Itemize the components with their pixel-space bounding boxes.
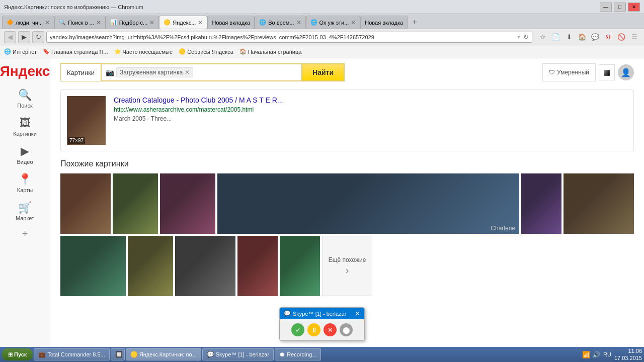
images-icon: 🖼	[20, 117, 31, 130]
address-dropdown-icon[interactable]: ▼	[516, 34, 521, 40]
tab-5[interactable]: Новая вкладка	[207, 16, 255, 29]
tab-1[interactable]: 🔶 люди, чи... ✕	[2, 16, 54, 29]
sidebar-images-label: Картинки	[13, 131, 37, 137]
tab-6[interactable]: 🌐 Во врем... ✕	[255, 16, 305, 29]
grid-view-button[interactable]: ▦	[599, 64, 615, 80]
sidebar-maps-label: Карты	[17, 187, 33, 193]
yandex-logo[interactable]: Яндекс	[0, 63, 50, 79]
start-button[interactable]: ⊞ Пуск	[2, 348, 33, 360]
taskbar-item-yandex[interactable]: 🟡 Яндекс.Картинки: по...	[126, 348, 201, 360]
similar-image-8[interactable]	[128, 236, 173, 296]
tab-2[interactable]: 🔍 Поиск в ... ✕	[54, 16, 106, 29]
bookmark-services-label: Сервисы Яндекса	[187, 49, 233, 55]
tab-7-favicon: 🌐	[310, 19, 317, 26]
forward-button[interactable]: ▶	[18, 31, 30, 43]
taskbar-item-total-commander[interactable]: 💼 Total Commander 8.5...	[34, 348, 109, 360]
taskbar-item-skype[interactable]: 💬 Skype™ [1] - berlazar	[202, 348, 274, 360]
tab-7-close[interactable]: ✕	[351, 19, 356, 26]
minimize-button[interactable]: —	[600, 3, 612, 12]
bookmark-internet[interactable]: 🌐 Интернет	[4, 48, 37, 55]
yandex-icon[interactable]: Я	[603, 32, 614, 43]
skype-header-title: Skype™ [1] - berlazar	[293, 311, 346, 317]
result-url[interactable]: http://www.asherasarchive.com/mastercat/…	[114, 106, 627, 113]
close-button[interactable]: ✕	[628, 3, 640, 12]
network-tray-icon: 📶	[582, 351, 590, 358]
tab-4-active[interactable]: 🟡 Яндекс... ✕	[159, 16, 207, 29]
sidebar-item-market[interactable]: 🛒 Маркет	[5, 198, 45, 224]
download-icon[interactable]: ⬇	[564, 32, 575, 43]
homepage-icon: 🏠	[239, 48, 247, 55]
new-tab-button[interactable]: +	[408, 16, 422, 29]
tab-3-close[interactable]: ✕	[149, 19, 154, 26]
similar-image-2[interactable]	[113, 173, 158, 234]
maximize-button[interactable]: □	[614, 3, 626, 12]
skype-popup-header: 💬 Skype™ [1] - berlazar ✕	[280, 308, 364, 319]
address-bar[interactable]: yandex.by/images/search?img_url=http%3A%…	[46, 32, 532, 43]
tab-3[interactable]: 📊 Подбор с... ✕	[106, 16, 159, 29]
similar-image-9[interactable]	[175, 236, 235, 296]
main-layout: Яндекс 🔍 Поиск 🖼 Картинки ▶ Видео 📍 Карт…	[0, 58, 644, 349]
bookmark-services[interactable]: 🟡 Сервисы Яндекса	[179, 48, 233, 55]
bookmarks-bar: 🌐 Интернет 🔖 Главная страница Я... ⭐ Час…	[0, 45, 644, 58]
block-icon[interactable]: 🚫	[616, 32, 627, 43]
skype-video-button[interactable]: ⬤	[340, 323, 353, 336]
page-actions-icon[interactable]: 📄	[550, 32, 561, 43]
similar-image-4[interactable]: Charlene	[217, 173, 519, 234]
skype-decline-button[interactable]: ✕	[324, 323, 337, 336]
address-refresh-icon[interactable]: ↻	[523, 33, 529, 41]
similar-image-7[interactable]	[60, 236, 126, 296]
moderate-button[interactable]: 🛡 Умеренный	[542, 63, 596, 81]
bookmark-homepage[interactable]: 🏠 Начальная страница	[239, 48, 301, 55]
sidebar-item-search[interactable]: 🔍 Поиск	[5, 85, 45, 112]
internet-icon: 🌐	[4, 48, 11, 55]
similar-image-5[interactable]	[521, 173, 561, 234]
home-icon[interactable]: 🏠	[577, 32, 588, 43]
more-similar-button[interactable]: Ещё похожие ›	[322, 236, 372, 296]
taskbar-item-recording[interactable]: ⏺ Recording...	[275, 348, 321, 360]
skype-accept-button[interactable]: ✓	[291, 323, 304, 336]
tab-1-close[interactable]: ✕	[45, 19, 50, 26]
skype-close-button[interactable]: ✕	[355, 310, 360, 317]
skype-hold-button[interactable]: ⏸	[307, 323, 320, 336]
find-button[interactable]: Найти	[302, 63, 345, 81]
grid-icon: ▦	[603, 68, 610, 77]
refresh-button[interactable]: ↻	[32, 31, 44, 43]
result-thumbnail[interactable]: 77×97	[67, 96, 106, 145]
similar-image-11[interactable]	[280, 236, 320, 296]
similar-image-3[interactable]	[160, 173, 215, 234]
bookmark-visited[interactable]: ⭐ Часто посещаемые	[114, 48, 173, 55]
titlebar-controls: — □ ✕	[600, 3, 640, 12]
tab-6-close[interactable]: ✕	[296, 19, 301, 26]
main-page-icon: 🔖	[43, 48, 50, 55]
user-avatar[interactable]: 👤	[618, 64, 634, 80]
back-button[interactable]: ◀	[4, 31, 16, 43]
sidebar-item-video[interactable]: ▶ Видео	[5, 142, 45, 168]
keyboard-language[interactable]: RU	[603, 351, 611, 357]
result-title-link[interactable]: Creation Catalogue - Photo Club 2005 / M…	[114, 96, 627, 104]
tab-8[interactable]: Новая вкладка	[360, 16, 408, 29]
loaded-image-badge[interactable]: Загруженная картинка ✕	[116, 67, 193, 77]
tab-2-favicon: 🔍	[59, 19, 66, 26]
bookmark-star-icon[interactable]: ☆	[537, 32, 548, 43]
taskbar-item-unknown[interactable]: 🔲	[111, 348, 125, 360]
tab-2-close[interactable]: ✕	[96, 19, 101, 26]
sidebar-item-images[interactable]: 🖼 Картинки	[5, 114, 45, 140]
tab-7[interactable]: 🌐 Ох уж эти... ✕	[306, 16, 361, 29]
similar-image-6[interactable]	[564, 173, 634, 234]
skype-popup: 💬 Skype™ [1] - berlazar ✕ ✓ ⏸ ✕ ⬤	[279, 307, 365, 341]
video-icon: ▶	[21, 145, 29, 158]
similar-image-10[interactable]	[237, 236, 278, 296]
sidebar-item-maps[interactable]: 📍 Карты	[5, 170, 45, 196]
badge-close-button[interactable]: ✕	[185, 69, 190, 76]
bookmark-main[interactable]: 🔖 Главная страница Я...	[43, 48, 108, 55]
clock-time: 11:06	[614, 347, 642, 354]
volume-tray-icon: 🔊	[592, 351, 600, 358]
chat-icon[interactable]: 💬	[590, 32, 601, 43]
menu-icon[interactable]: ☰	[629, 32, 640, 43]
similar-image-1[interactable]	[60, 173, 111, 234]
tab-4-close[interactable]: ✕	[198, 19, 203, 26]
thumb-dimensions: 77×97	[68, 137, 85, 144]
sidebar-add-button[interactable]: +	[22, 228, 28, 240]
nav-bar: ◀ ▶ ↻ yandex.by/images/search?img_url=ht…	[0, 29, 644, 45]
search-type-button[interactable]: Картинки	[60, 63, 101, 81]
